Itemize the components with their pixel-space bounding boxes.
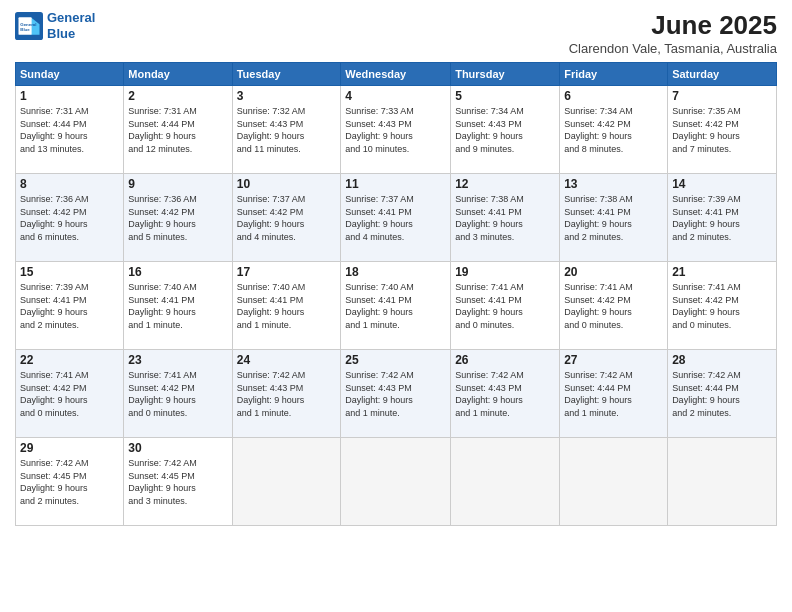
day-number: 23: [128, 353, 227, 367]
day-info: Sunrise: 7:38 AM Sunset: 4:41 PM Dayligh…: [564, 193, 663, 243]
day-number: 4: [345, 89, 446, 103]
calendar-body: 1Sunrise: 7:31 AM Sunset: 4:44 PM Daylig…: [16, 86, 777, 526]
day-cell: 27Sunrise: 7:42 AM Sunset: 4:44 PM Dayli…: [560, 350, 668, 438]
day-number: 8: [20, 177, 119, 191]
day-info: Sunrise: 7:42 AM Sunset: 4:45 PM Dayligh…: [128, 457, 227, 507]
day-cell: 6Sunrise: 7:34 AM Sunset: 4:42 PM Daylig…: [560, 86, 668, 174]
day-info: Sunrise: 7:41 AM Sunset: 4:41 PM Dayligh…: [455, 281, 555, 331]
day-info: Sunrise: 7:41 AM Sunset: 4:42 PM Dayligh…: [128, 369, 227, 419]
week-row-4: 22Sunrise: 7:41 AM Sunset: 4:42 PM Dayli…: [16, 350, 777, 438]
day-number: 14: [672, 177, 772, 191]
svg-text:Blue: Blue: [20, 27, 30, 32]
day-cell: 7Sunrise: 7:35 AM Sunset: 4:42 PM Daylig…: [668, 86, 777, 174]
day-info: Sunrise: 7:42 AM Sunset: 4:43 PM Dayligh…: [455, 369, 555, 419]
day-number: 19: [455, 265, 555, 279]
day-info: Sunrise: 7:36 AM Sunset: 4:42 PM Dayligh…: [128, 193, 227, 243]
day-info: Sunrise: 7:38 AM Sunset: 4:41 PM Dayligh…: [455, 193, 555, 243]
day-cell: 17Sunrise: 7:40 AM Sunset: 4:41 PM Dayli…: [232, 262, 341, 350]
day-info: Sunrise: 7:42 AM Sunset: 4:44 PM Dayligh…: [672, 369, 772, 419]
day-number: 27: [564, 353, 663, 367]
day-number: 13: [564, 177, 663, 191]
day-cell: 16Sunrise: 7:40 AM Sunset: 4:41 PM Dayli…: [124, 262, 232, 350]
day-number: 12: [455, 177, 555, 191]
day-cell: 10Sunrise: 7:37 AM Sunset: 4:42 PM Dayli…: [232, 174, 341, 262]
day-cell: 8Sunrise: 7:36 AM Sunset: 4:42 PM Daylig…: [16, 174, 124, 262]
day-number: 22: [20, 353, 119, 367]
day-cell: 12Sunrise: 7:38 AM Sunset: 4:41 PM Dayli…: [451, 174, 560, 262]
day-cell: 13Sunrise: 7:38 AM Sunset: 4:41 PM Dayli…: [560, 174, 668, 262]
column-header-monday: Monday: [124, 63, 232, 86]
title-block: June 2025 Clarendon Vale, Tasmania, Aust…: [569, 10, 777, 56]
day-info: Sunrise: 7:32 AM Sunset: 4:43 PM Dayligh…: [237, 105, 337, 155]
day-info: Sunrise: 7:39 AM Sunset: 4:41 PM Dayligh…: [20, 281, 119, 331]
day-info: Sunrise: 7:37 AM Sunset: 4:42 PM Dayligh…: [237, 193, 337, 243]
day-info: Sunrise: 7:37 AM Sunset: 4:41 PM Dayligh…: [345, 193, 446, 243]
calendar-header-row: SundayMondayTuesdayWednesdayThursdayFrid…: [16, 63, 777, 86]
calendar-table: SundayMondayTuesdayWednesdayThursdayFrid…: [15, 62, 777, 526]
day-info: Sunrise: 7:42 AM Sunset: 4:43 PM Dayligh…: [237, 369, 337, 419]
logo-icon: General Blue: [15, 12, 43, 40]
day-info: Sunrise: 7:35 AM Sunset: 4:42 PM Dayligh…: [672, 105, 772, 155]
day-number: 25: [345, 353, 446, 367]
day-cell: 25Sunrise: 7:42 AM Sunset: 4:43 PM Dayli…: [341, 350, 451, 438]
day-number: 5: [455, 89, 555, 103]
day-number: 28: [672, 353, 772, 367]
day-cell: 18Sunrise: 7:40 AM Sunset: 4:41 PM Dayli…: [341, 262, 451, 350]
day-number: 7: [672, 89, 772, 103]
column-header-thursday: Thursday: [451, 63, 560, 86]
day-cell: 3Sunrise: 7:32 AM Sunset: 4:43 PM Daylig…: [232, 86, 341, 174]
day-cell: 21Sunrise: 7:41 AM Sunset: 4:42 PM Dayli…: [668, 262, 777, 350]
day-info: Sunrise: 7:33 AM Sunset: 4:43 PM Dayligh…: [345, 105, 446, 155]
day-cell: [232, 438, 341, 526]
day-cell: [451, 438, 560, 526]
week-row-2: 8Sunrise: 7:36 AM Sunset: 4:42 PM Daylig…: [16, 174, 777, 262]
day-info: Sunrise: 7:42 AM Sunset: 4:43 PM Dayligh…: [345, 369, 446, 419]
day-cell: 30Sunrise: 7:42 AM Sunset: 4:45 PM Dayli…: [124, 438, 232, 526]
day-number: 6: [564, 89, 663, 103]
header: General Blue General Blue June 2025 Clar…: [15, 10, 777, 56]
day-number: 26: [455, 353, 555, 367]
day-number: 16: [128, 265, 227, 279]
day-cell: 24Sunrise: 7:42 AM Sunset: 4:43 PM Dayli…: [232, 350, 341, 438]
day-cell: [341, 438, 451, 526]
day-cell: 15Sunrise: 7:39 AM Sunset: 4:41 PM Dayli…: [16, 262, 124, 350]
day-info: Sunrise: 7:40 AM Sunset: 4:41 PM Dayligh…: [237, 281, 337, 331]
day-cell: 22Sunrise: 7:41 AM Sunset: 4:42 PM Dayli…: [16, 350, 124, 438]
day-number: 11: [345, 177, 446, 191]
day-info: Sunrise: 7:31 AM Sunset: 4:44 PM Dayligh…: [128, 105, 227, 155]
day-number: 2: [128, 89, 227, 103]
day-cell: 5Sunrise: 7:34 AM Sunset: 4:43 PM Daylig…: [451, 86, 560, 174]
day-cell: 23Sunrise: 7:41 AM Sunset: 4:42 PM Dayli…: [124, 350, 232, 438]
main-title: June 2025: [569, 10, 777, 41]
column-header-wednesday: Wednesday: [341, 63, 451, 86]
column-header-saturday: Saturday: [668, 63, 777, 86]
day-info: Sunrise: 7:36 AM Sunset: 4:42 PM Dayligh…: [20, 193, 119, 243]
column-header-sunday: Sunday: [16, 63, 124, 86]
day-number: 9: [128, 177, 227, 191]
logo-text: General Blue: [47, 10, 95, 41]
day-cell: 4Sunrise: 7:33 AM Sunset: 4:43 PM Daylig…: [341, 86, 451, 174]
day-cell: 2Sunrise: 7:31 AM Sunset: 4:44 PM Daylig…: [124, 86, 232, 174]
day-info: Sunrise: 7:41 AM Sunset: 4:42 PM Dayligh…: [672, 281, 772, 331]
page: General Blue General Blue June 2025 Clar…: [0, 0, 792, 612]
day-number: 18: [345, 265, 446, 279]
svg-text:General: General: [20, 22, 36, 27]
day-cell: 14Sunrise: 7:39 AM Sunset: 4:41 PM Dayli…: [668, 174, 777, 262]
day-number: 21: [672, 265, 772, 279]
day-cell: 1Sunrise: 7:31 AM Sunset: 4:44 PM Daylig…: [16, 86, 124, 174]
day-number: 24: [237, 353, 337, 367]
day-number: 17: [237, 265, 337, 279]
week-row-3: 15Sunrise: 7:39 AM Sunset: 4:41 PM Dayli…: [16, 262, 777, 350]
day-cell: 29Sunrise: 7:42 AM Sunset: 4:45 PM Dayli…: [16, 438, 124, 526]
day-info: Sunrise: 7:41 AM Sunset: 4:42 PM Dayligh…: [20, 369, 119, 419]
day-cell: 26Sunrise: 7:42 AM Sunset: 4:43 PM Dayli…: [451, 350, 560, 438]
day-cell: 11Sunrise: 7:37 AM Sunset: 4:41 PM Dayli…: [341, 174, 451, 262]
column-header-tuesday: Tuesday: [232, 63, 341, 86]
day-cell: 19Sunrise: 7:41 AM Sunset: 4:41 PM Dayli…: [451, 262, 560, 350]
day-cell: 9Sunrise: 7:36 AM Sunset: 4:42 PM Daylig…: [124, 174, 232, 262]
day-cell: 20Sunrise: 7:41 AM Sunset: 4:42 PM Dayli…: [560, 262, 668, 350]
day-info: Sunrise: 7:40 AM Sunset: 4:41 PM Dayligh…: [345, 281, 446, 331]
day-cell: [668, 438, 777, 526]
subtitle: Clarendon Vale, Tasmania, Australia: [569, 41, 777, 56]
day-info: Sunrise: 7:40 AM Sunset: 4:41 PM Dayligh…: [128, 281, 227, 331]
